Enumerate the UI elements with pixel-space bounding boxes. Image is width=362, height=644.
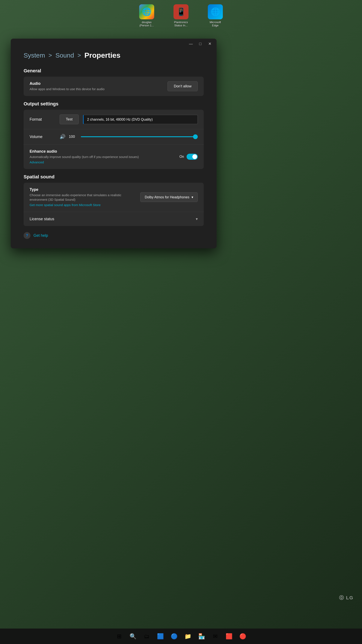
advanced-link[interactable]: Advanced [29, 160, 44, 164]
breadcrumb: System > Sound > Properties [23, 51, 204, 60]
breadcrumb-sep2: > [77, 52, 81, 59]
spatial-section-title: Spatial sound [23, 174, 204, 180]
breadcrumb-sep1: > [48, 52, 52, 59]
taskbar-extra[interactable]: 🔴 [237, 631, 249, 642]
audio-title: Audio [29, 81, 167, 86]
chrome-label: douglas(Person 1... [139, 20, 154, 27]
enhance-title: Enhance audio [29, 149, 179, 154]
taskbar-search[interactable]: 🔍 [127, 631, 139, 642]
taskbar-mail[interactable]: ✉ [209, 631, 221, 642]
taskbar: ⊞ 🔍 🗂 🟦 🔵 📁 🏪 ✉ 🟥 🔴 [0, 628, 362, 644]
enhance-audio-row: Enhance audio Automatically improve soun… [23, 144, 204, 169]
audio-desc: Allow apps and Windows to use this devic… [29, 87, 167, 91]
volume-controls: 🔊 100 [60, 134, 198, 140]
title-bar: — □ ✕ [11, 39, 217, 49]
format-label: Format [29, 117, 55, 122]
minimize-button[interactable]: — [188, 41, 193, 46]
chrome-icon-img: 🌐 [139, 4, 154, 19]
help-text[interactable]: Get help [33, 233, 48, 238]
spatial-type-title: Type [29, 188, 136, 192]
taskbar-start[interactable]: ⊞ [113, 631, 125, 642]
enhance-toggle-container: On [179, 154, 198, 160]
breadcrumb-system[interactable]: System [23, 52, 45, 59]
edge-icon[interactable]: 🌐 MicrosoftEdge [205, 4, 226, 27]
volume-label: Volume [29, 134, 55, 139]
spatial-info: Type Choose an immersive audio experienc… [29, 188, 136, 207]
audio-row: Audio Allow apps and Windows to use this… [23, 77, 204, 96]
spatial-store-link[interactable]: Get more spatial sound apps from Microso… [29, 203, 101, 207]
volume-row: Volume 🔊 100 [23, 129, 204, 144]
taskbar-office[interactable]: 🟥 [223, 631, 235, 642]
settings-window: — □ ✕ System > Sound > Properties Genera… [11, 39, 217, 248]
plantronics-icon-img: 📱 [173, 4, 189, 19]
enhance-toggle[interactable] [187, 154, 198, 160]
license-chevron-icon: ▾ [196, 216, 198, 221]
desktop-icons: 🌐 douglas(Person 1... 📱 PlantronicsStatu… [136, 0, 226, 27]
maximize-button[interactable]: □ [198, 41, 203, 46]
license-label: License status [29, 217, 54, 221]
edge-icon-img: 🌐 [208, 4, 223, 19]
dont-allow-button[interactable]: Don't allow [167, 81, 198, 91]
general-section-title: General [23, 68, 204, 74]
spatial-type-desc: Choose an immersive audio experience tha… [29, 193, 136, 202]
taskbar-widgets[interactable]: 🟦 [154, 631, 166, 642]
taskbar-teams[interactable]: 🔵 [168, 631, 180, 642]
taskbar-task-view[interactable]: 🗂 [141, 631, 153, 642]
chrome-icon[interactable]: 🌐 douglas(Person 1... [136, 4, 157, 27]
output-card: Format Test 2 channels, 16 bit, 48000 Hz… [23, 110, 204, 169]
general-card: Audio Allow apps and Windows to use this… [23, 77, 204, 96]
lg-watermark: ⓪ LG [339, 595, 354, 601]
spatial-card: Type Choose an immersive audio experienc… [23, 183, 204, 226]
taskbar-store[interactable]: 🏪 [196, 631, 208, 642]
spatial-dropdown[interactable]: Dolby Atmos for Headphones ▾ [140, 192, 198, 202]
breadcrumb-current: Properties [84, 51, 120, 60]
volume-icon: 🔊 [60, 134, 65, 140]
window-content: System > Sound > Properties General Audi… [11, 49, 217, 248]
plantronics-icon[interactable]: 📱 PlantronicsStatus In... [170, 4, 192, 27]
spatial-dropdown-value: Dolby Atmos for Headphones [145, 195, 189, 199]
license-row[interactable]: License status ▾ [23, 212, 204, 226]
taskbar-explorer[interactable]: 📁 [182, 631, 194, 642]
plantronics-label: PlantronicsStatus In... [174, 20, 188, 27]
format-select[interactable]: 2 channels, 16 bit, 48000 Hz (DVD Qualit… [83, 115, 198, 124]
test-button[interactable]: Test [60, 114, 79, 124]
spatial-type-row: Type Choose an immersive audio experienc… [23, 183, 204, 212]
breadcrumb-sound[interactable]: Sound [55, 52, 74, 59]
volume-slider[interactable] [81, 136, 198, 137]
spatial-dropdown-arrow: ▾ [192, 195, 193, 199]
output-section-title: Output settings [23, 101, 204, 107]
edge-label: MicrosoftEdge [210, 20, 221, 27]
toggle-label: On [179, 155, 184, 159]
close-button[interactable]: ✕ [207, 41, 212, 46]
get-help[interactable]: ? Get help [23, 231, 204, 240]
enhance-info: Enhance audio Automatically improve soun… [29, 149, 179, 164]
audio-info: Audio Allow apps and Windows to use this… [29, 81, 167, 91]
enhance-desc: Automatically improve sound quality (tur… [29, 154, 179, 159]
format-row: Format Test 2 channels, 16 bit, 48000 Hz… [23, 110, 204, 129]
help-icon: ? [23, 232, 30, 239]
volume-value: 100 [69, 134, 77, 139]
toggle-thumb [192, 154, 197, 159]
